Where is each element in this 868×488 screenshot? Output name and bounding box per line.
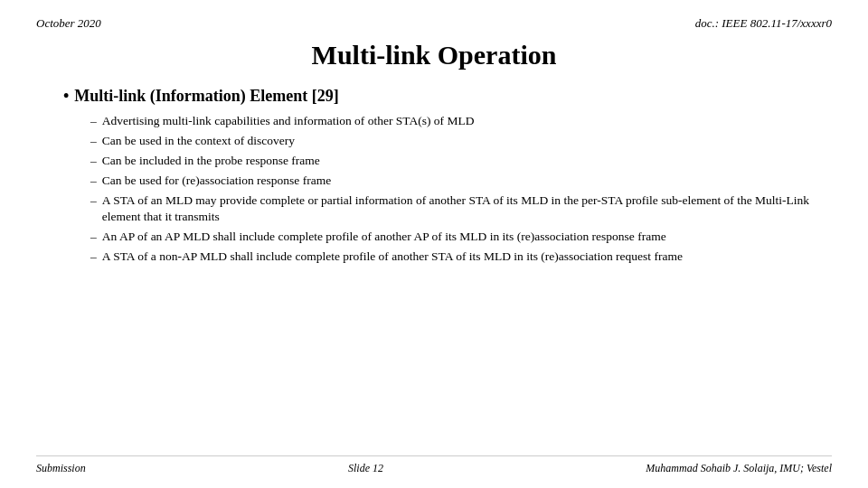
sub-bullet-text: Can be used in the context of discovery: [102, 133, 832, 150]
sub-bullet-text: An AP of an AP MLD shall include complet…: [102, 229, 832, 246]
slide-title: Multi-link Operation: [312, 40, 557, 70]
main-bullet-text: Multi-link (Information) Element [29]: [74, 87, 338, 106]
sub-bullet-dash: –: [90, 229, 97, 246]
sub-bullet-item: –Can be included in the probe response f…: [90, 153, 832, 170]
main-bullet: • Multi-link (Information) Element [29]: [63, 87, 832, 106]
sub-bullet-dash: –: [90, 173, 97, 190]
sub-bullet-text: Can be included in the probe response fr…: [102, 153, 832, 170]
sub-bullet-item: –Advertising multi-link capabilities and…: [90, 113, 832, 130]
footer-slide-number: Slide 12: [348, 462, 383, 475]
sub-bullet-text: A STA of an MLD may provide complete or …: [102, 192, 832, 227]
sub-bullet-text: A STA of a non-AP MLD shall include comp…: [102, 249, 832, 266]
sub-bullet-item: –A STA of a non-AP MLD shall include com…: [90, 249, 832, 266]
sub-bullet-item: –Can be used in the context of discovery: [90, 133, 832, 150]
title-section: Multi-link Operation: [36, 40, 832, 70]
sub-bullet-item: –An AP of an AP MLD shall include comple…: [90, 229, 832, 246]
content-section: • Multi-link (Information) Element [29] …: [36, 87, 832, 266]
sub-bullet-dash: –: [90, 113, 97, 130]
footer-author: Muhammad Sohaib J. Solaija, IMU; Vestel: [646, 462, 832, 475]
header-date: October 2020: [36, 16, 101, 31]
header-bar: October 2020 doc.: IEEE 802.11-17/xxxxr0: [36, 16, 832, 31]
slide: October 2020 doc.: IEEE 802.11-17/xxxxr0…: [0, 0, 868, 488]
sub-bullet-text: Can be used for (re)association response…: [102, 173, 832, 190]
bullet-dot: •: [63, 87, 69, 106]
sub-bullets-list: –Advertising multi-link capabilities and…: [63, 113, 832, 266]
sub-bullet-text: Advertising multi-link capabilities and …: [102, 113, 832, 130]
header-doc: doc.: IEEE 802.11-17/xxxxr0: [695, 16, 832, 31]
sub-bullet-dash: –: [90, 153, 97, 170]
sub-bullet-dash: –: [90, 192, 97, 210]
sub-bullet-dash: –: [90, 133, 97, 150]
footer-bar: Submission Slide 12 Muhammad Sohaib J. S…: [36, 455, 832, 475]
footer-submission: Submission: [36, 462, 86, 475]
sub-bullet-item: –Can be used for (re)association respons…: [90, 173, 832, 190]
sub-bullet-item: –A STA of an MLD may provide complete or…: [90, 192, 832, 227]
sub-bullet-dash: –: [90, 249, 97, 266]
